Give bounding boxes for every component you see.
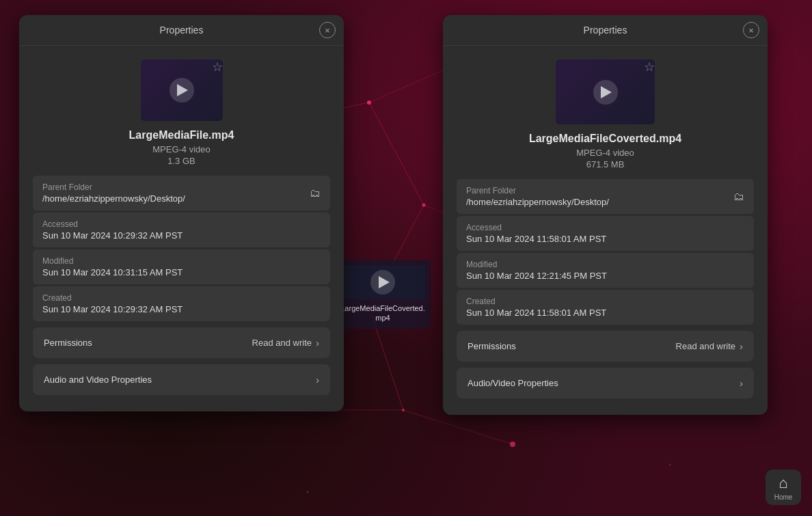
svg-point-16 xyxy=(402,409,405,411)
file-type-right: MPEG-4 video xyxy=(576,148,634,158)
home-button[interactable]: ⌂ Home xyxy=(766,470,801,505)
audio-video-chevron-left: › xyxy=(316,374,319,385)
svg-point-25 xyxy=(307,491,309,493)
permissions-row-right[interactable]: Permissions Read and write › xyxy=(457,331,754,362)
folder-icon-right: 🗂 xyxy=(733,191,744,203)
close-button-left[interactable]: × xyxy=(319,22,336,38)
mid-play-icon xyxy=(370,270,395,295)
permissions-label-left: Permissions xyxy=(44,338,92,348)
dialog-body-left: ☆ LargeMediaFile.mp4 MPEG-4 video 1.3 GB… xyxy=(19,46,344,411)
svg-point-20 xyxy=(510,442,515,447)
mid-video-icon xyxy=(340,265,425,299)
play-icon-right xyxy=(593,80,618,105)
created-row-left: Created Sun 10 Mar 2024 10:29:32 AM PST xyxy=(33,286,330,321)
dialog-header-left: Properties × xyxy=(19,15,344,46)
parent-folder-label-left: Parent Folder xyxy=(42,182,185,192)
dialog-title-left: Properties xyxy=(160,25,204,36)
parent-folder-inner-left: Parent Folder /home/ezriahzippernowsky/D… xyxy=(42,182,321,204)
file-size-left: 1.3 GB xyxy=(167,156,195,166)
modified-row-left: Modified Sun 10 Mar 2024 10:31:15 AM PST xyxy=(33,249,330,284)
mid-play-triangle xyxy=(379,276,390,288)
accessed-label-left: Accessed xyxy=(42,219,321,229)
permissions-right-left: Read and write › xyxy=(252,337,319,349)
play-icon-left xyxy=(170,78,194,103)
home-icon: ⌂ xyxy=(779,474,787,492)
audio-video-label-left: Audio and Video Properties xyxy=(44,375,152,385)
audio-video-row-left[interactable]: Audio and Video Properties › xyxy=(33,364,330,395)
accessed-label-right: Accessed xyxy=(466,223,744,232)
created-value-right: Sun 10 Mar 2024 11:58:01 AM PST xyxy=(466,308,744,318)
info-section-left: Parent Folder /home/ezriahzippernowsky/D… xyxy=(33,176,330,395)
file-name-right: LargeMediaFileCoverted.mp4 xyxy=(529,133,681,145)
audio-video-label-right: Audio/Video Properties xyxy=(468,378,558,388)
home-label: Home xyxy=(774,493,793,501)
modified-value-left: Sun 10 Mar 2024 10:31:15 AM PST xyxy=(42,267,321,277)
play-triangle-left xyxy=(177,84,188,96)
svg-point-14 xyxy=(422,204,426,207)
svg-point-28 xyxy=(669,464,671,466)
file-thumbnail-right xyxy=(556,59,655,124)
created-label-left: Created xyxy=(42,293,321,303)
parent-folder-label-right: Parent Folder xyxy=(466,186,609,195)
accessed-value-left: Sun 10 Mar 2024 10:29:32 AM PST xyxy=(42,230,321,241)
dialog-body-right: ☆ LargeMediaFileCoverted.mp4 MPEG-4 vide… xyxy=(443,46,768,415)
created-row-right: Created Sun 10 Mar 2024 11:58:01 AM PST xyxy=(457,290,754,325)
permissions-value-left: Read and write xyxy=(252,338,312,348)
accessed-value-right: Sun 10 Mar 2024 11:58:01 AM PST xyxy=(466,234,744,244)
modified-value-right: Sun 10 Mar 2024 12:21:45 PM PST xyxy=(466,271,744,281)
permissions-row-left[interactable]: Permissions Read and write › xyxy=(33,327,330,358)
star-button-left[interactable]: ☆ xyxy=(209,57,226,77)
svg-line-2 xyxy=(369,103,424,205)
play-triangle-right xyxy=(601,86,612,98)
svg-line-11 xyxy=(403,410,513,444)
mid-video-name: LargeMediaFileCoverted.mp4 xyxy=(340,303,425,323)
mid-video-overlay: LargeMediaFileCoverted.mp4 xyxy=(335,260,431,329)
file-icon-container-right: ☆ xyxy=(556,59,655,124)
folder-icon-left: 🗂 xyxy=(310,187,321,200)
audio-video-chevron-right: › xyxy=(740,377,743,389)
modified-label-right: Modified xyxy=(466,260,744,269)
created-label-right: Created xyxy=(466,297,744,306)
file-name-left: LargeMediaFile.mp4 xyxy=(129,129,234,141)
parent-folder-value-left: /home/ezriahzippernowsky/Desktop/ xyxy=(42,193,185,204)
svg-point-13 xyxy=(367,100,371,105)
dialog-title-right: Properties xyxy=(584,25,627,36)
properties-dialog-left: Properties × ☆ LargeMediaFile.mp4 MPEG-4… xyxy=(19,15,344,411)
accessed-row-right: Accessed Sun 10 Mar 2024 11:58:01 AM PST xyxy=(457,216,754,251)
audio-video-row-right[interactable]: Audio/Video Properties › xyxy=(457,368,754,398)
star-button-right[interactable]: ☆ xyxy=(641,57,658,77)
permissions-chevron-right: › xyxy=(740,340,743,352)
modified-label-left: Modified xyxy=(42,256,321,266)
properties-dialog-right: Properties × ☆ LargeMediaFileCoverted.mp… xyxy=(443,15,768,415)
file-icon-container-left: ☆ xyxy=(141,59,223,121)
permissions-value-right: Read and write xyxy=(676,341,735,351)
created-value-left: Sun 10 Mar 2024 10:29:32 AM PST xyxy=(42,304,321,314)
permissions-chevron-left: › xyxy=(316,337,319,349)
close-button-right[interactable]: × xyxy=(743,22,759,38)
file-size-right: 671.5 MB xyxy=(586,159,625,169)
modified-row-right: Modified Sun 10 Mar 2024 12:21:45 PM PST xyxy=(457,253,754,288)
parent-folder-inner-right: Parent Folder /home/ezriahzippernowsky/D… xyxy=(466,186,744,207)
permissions-right-right: Read and write › xyxy=(676,340,743,352)
accessed-row-left: Accessed Sun 10 Mar 2024 10:29:32 AM PST xyxy=(33,213,330,247)
dialog-header-right: Properties × xyxy=(443,15,768,46)
permissions-label-right: Permissions xyxy=(468,341,516,351)
parent-folder-value-right: /home/ezriahzippernowsky/Desktop/ xyxy=(466,197,609,207)
parent-folder-row-right: Parent Folder /home/ezriahzippernowsky/D… xyxy=(457,179,754,214)
parent-folder-text-right: Parent Folder /home/ezriahzippernowsky/D… xyxy=(466,186,609,207)
parent-folder-text-left: Parent Folder /home/ezriahzippernowsky/D… xyxy=(42,182,185,204)
info-section-right: Parent Folder /home/ezriahzippernowsky/D… xyxy=(457,179,754,398)
file-type-left: MPEG-4 video xyxy=(152,144,211,154)
parent-folder-row-left: Parent Folder /home/ezriahzippernowsky/D… xyxy=(33,176,330,211)
